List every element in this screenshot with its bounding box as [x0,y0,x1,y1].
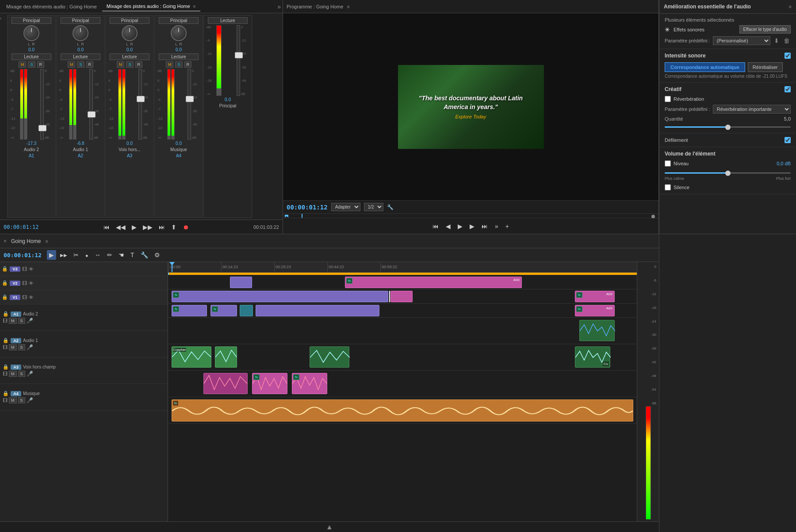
channel-a1-playback[interactable]: Lecture [11,53,51,60]
clip-a2-1[interactable]: Constan [172,346,211,368]
channel-principal-fader[interactable] [237,25,240,96]
channel-a2-fader[interactable] [89,69,93,140]
channel-a1-r-btn[interactable]: R [37,61,45,68]
mixer-transport-record[interactable]: ⏺ [181,222,191,232]
tl-ripple-tool[interactable]: ✂ [71,250,81,260]
es-loudness-checkbox[interactable] [785,53,791,59]
track-a1-m-btn[interactable]: M [9,318,17,324]
track-a2-film-icon[interactable]: 🎞 [3,345,8,350]
timeline-close-btn[interactable]: × [4,238,7,244]
channel-a2-send[interactable]: Principal [61,17,100,24]
monitor-step-back-btn[interactable]: ◀ [444,221,452,232]
mixer-tab-elements[interactable]: Mixage des éléments audio : Going Home [2,2,101,11]
monitor-playhead-bar[interactable] [283,213,658,218]
es-silence-checkbox[interactable] [665,184,671,190]
track-a4-mic-icon[interactable]: 🎤 [27,397,33,403]
monitor-play-btn[interactable]: ▶ [456,221,464,232]
clip-a4-music[interactable]: fx [172,399,633,422]
channel-a2-pan-knob[interactable] [73,25,88,41]
tl-slip-tool[interactable]: ↔ [92,250,103,260]
timeline-menu-icon[interactable]: ≡ [45,239,48,244]
channel-a2-playback[interactable]: Lecture [61,53,100,60]
channel-a3-pan-knob[interactable] [122,25,138,41]
es-reset-btn[interactable]: Réinitialiser [748,62,783,72]
channel-a3-fader[interactable] [138,69,142,140]
monitor-menu-icon[interactable]: ≡ [347,4,349,9]
channel-a2-fader-handle[interactable] [88,111,96,118]
track-a4-film-icon[interactable]: 🎞 [3,398,8,403]
channel-a1-fader-handle[interactable] [38,125,46,131]
track-a2-m-btn[interactable]: M [9,344,17,350]
timeline-collapse-btn[interactable]: ▲ [326,523,333,531]
timeline-content[interactable]: :00:00 00:14:23 00:29:23 00:44:22 00:59:… [168,262,637,521]
channel-principal-fader-handle[interactable] [235,52,243,58]
track-v2-lock[interactable]: 🔒 [2,280,8,286]
es-defilement-checkbox[interactable] [785,137,791,143]
es-preset-select[interactable]: (Personnalisé) [713,36,770,45]
channel-a4-s-btn[interactable]: S [175,61,182,68]
clip-v1-4[interactable] [256,305,379,316]
channel-a1-send[interactable]: Principal [11,17,51,24]
clip-a3-1[interactable] [203,373,248,394]
monitor-to-out-btn[interactable]: ⏭ [480,221,490,232]
channel-a4-send[interactable]: Principal [159,17,199,24]
channel-a4-fader[interactable] [188,69,191,140]
track-a1-lock[interactable]: 🔒 [3,311,9,317]
clip-v1-end[interactable]: fx A00 [575,305,615,316]
track-a1-mic-icon[interactable]: 🎤 [27,318,33,324]
channel-a1-pan-knob[interactable] [23,25,39,41]
channel-a1-s-btn[interactable]: S [28,61,35,68]
clip-v1-1[interactable]: fx [172,305,207,316]
channel-a4-r-btn[interactable]: R [184,61,192,68]
channel-a4-pan-knob[interactable] [171,25,187,41]
clip-a2-3[interactable] [310,346,349,368]
track-v1-film-icon[interactable]: 🎞 [22,295,27,300]
track-a3-film-icon[interactable]: 🎞 [3,371,8,376]
track-a3-s-btn[interactable]: S [18,371,25,377]
es-reverb-preset-select[interactable]: Réverbération importante [713,105,791,114]
mixer-transport-prev[interactable]: ⏮ [102,222,111,232]
track-a2-mic-icon[interactable]: 🎤 [27,344,33,350]
clip-a1-end[interactable] [579,320,615,341]
tl-select-tool[interactable]: ▶ [47,250,56,260]
mixer-transport-next[interactable]: ⏭ [157,222,167,232]
tl-settings-tool[interactable]: ⚙ [152,250,162,260]
tl-type-tool[interactable]: T [128,250,137,260]
track-v2-film-icon[interactable]: 🎞 [22,281,27,286]
mixer-transport-fwd[interactable]: ▶▶ [141,222,154,232]
channel-a4-fader-handle[interactable] [186,96,194,102]
es-reverb-checkbox[interactable] [665,96,671,102]
channel-a3-m-btn[interactable]: M [117,61,125,68]
mixer-tab-pistes[interactable]: Mixage des pistes audio : Going Home ≡ [102,2,200,11]
channel-a3-playback[interactable]: Lecture [110,53,149,60]
channel-a3-send[interactable]: Principal [110,17,149,24]
tl-razor-tool[interactable]: ⬥ [83,250,91,260]
track-v1-lock[interactable]: 🔒 [2,294,8,300]
track-a2-lock[interactable]: 🔒 [3,338,9,343]
clip-v1-3[interactable] [240,305,253,316]
channel-a4-playback[interactable]: Lecture [159,53,199,60]
tl-hand-tool[interactable]: ☚ [116,250,126,260]
clip-v2-end[interactable]: fx A00 [575,291,615,302]
monitor-ratio-select[interactable]: 1/2 [364,203,383,211]
channel-a1-m-btn[interactable]: M [19,61,27,68]
track-a4-s-btn[interactable]: S [18,397,25,403]
clip-v1-2[interactable]: fx [210,305,237,316]
tl-pen-tool[interactable]: ✏ [105,250,115,260]
track-v3-film-icon[interactable]: 🎞 [22,266,27,272]
track-v3-lock[interactable]: 🔒 [2,266,8,272]
clip-v2-1[interactable]: fx [172,291,388,302]
track-a3-m-btn[interactable]: M [9,371,17,377]
channel-a3-s-btn[interactable]: S [126,61,133,68]
mixer-transport-export[interactable]: ⬆ [169,222,178,232]
es-niveau-checkbox[interactable] [665,160,671,167]
channel-a1-fader[interactable] [40,69,44,140]
channel-a4-m-btn[interactable]: M [166,61,174,68]
monitor-settings-icon[interactable]: 🔧 [387,204,394,210]
monitor-add-btn[interactable]: + [504,221,511,232]
mixer-transport-back[interactable]: ◀◀ [114,222,127,232]
clip-v2-2[interactable] [390,291,413,302]
es-qty-slider[interactable] [665,126,791,128]
channel-a3-fader-handle[interactable] [137,96,145,102]
es-clear-btn[interactable]: Effacer le type d'audio [739,25,791,34]
